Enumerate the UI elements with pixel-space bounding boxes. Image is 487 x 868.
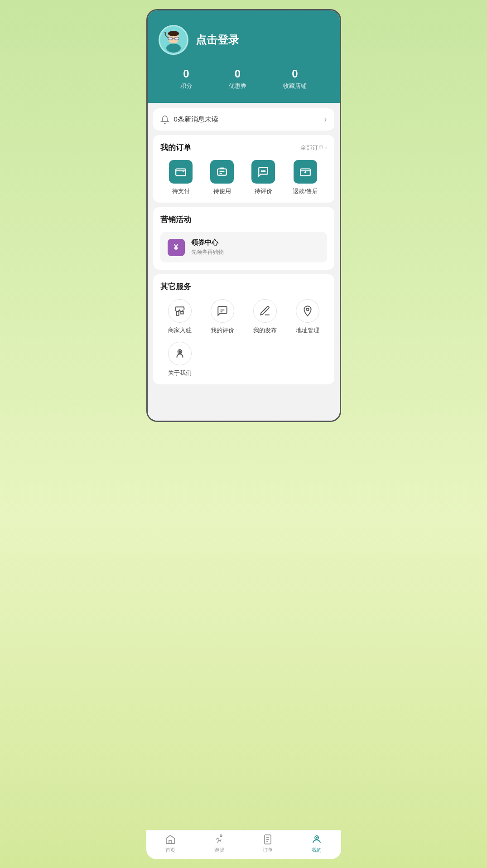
stat-points-label: 积分 [180,82,192,90]
avatar[interactable] [159,25,188,55]
order-pending-review[interactable]: 待评价 [251,160,275,195]
stat-points-number: 0 [183,68,189,80]
address-label: 地址管理 [296,326,319,335]
order-refund[interactable]: 退款/售后 [293,160,318,195]
chat-dots-icon [257,166,269,178]
wallet-icon [175,166,187,178]
login-label[interactable]: 点击登录 [196,33,239,47]
review-icon-box [211,299,234,323]
service-about[interactable]: 关于我们 [160,342,199,377]
svg-point-3 [168,31,179,36]
svg-point-18 [306,308,309,310]
svg-point-11 [263,171,264,172]
about-icon [174,348,186,359]
stat-coupons[interactable]: 0 优惠券 [229,68,246,90]
svg-point-7 [164,32,166,34]
ticket-icon [216,166,228,178]
notification-text: 0条新消息未读 [174,115,218,124]
order-icons-row: 待支付 待使用 [160,160,327,195]
services-section: 其它服务 商家入驻 [153,274,334,384]
service-review[interactable]: 我的评价 [203,299,242,335]
pending-use-icon-box [210,160,234,184]
orders-section: 我的订单 全部订单 › 待支付 [153,135,334,203]
stat-points[interactable]: 0 积分 [180,68,192,90]
svg-point-12 [264,171,265,172]
header: 点击登录 0 积分 0 优惠券 0 收藏店铺 [148,10,340,103]
refund-icon [299,166,311,178]
stats-row: 0 积分 0 优惠券 0 收藏店铺 [159,68,329,90]
stat-favorites-number: 0 [292,68,298,80]
svg-point-10 [261,171,262,172]
svg-rect-5 [174,37,179,40]
publish-label: 我的发布 [253,326,277,335]
svg-rect-4 [168,37,173,40]
service-merchant[interactable]: 商家入驻 [160,299,199,335]
coupon-title: 领券中心 [191,238,224,247]
review-icon [217,305,228,317]
svg-rect-9 [217,169,227,175]
coupon-subtitle: 先领券再购物 [191,248,224,256]
svg-point-20 [179,351,180,352]
coupon-yuan-icon: ¥ [168,239,185,256]
pending-review-label: 待评价 [255,187,272,195]
stat-coupons-label: 优惠券 [229,82,246,90]
services-grid: 商家入驻 我的评价 [160,299,327,377]
about-icon-box [168,342,192,365]
bell-icon [160,115,169,124]
service-address[interactable]: 地址管理 [288,299,327,335]
merchant-icon [174,305,186,317]
content: 0条新消息未读 › 我的订单 全部订单 › [148,103,340,421]
stat-favorites-label: 收藏店铺 [283,82,307,90]
order-pending-use[interactable]: 待使用 [210,160,234,195]
location-icon [302,305,313,317]
orders-title: 我的订单 [160,142,191,153]
svg-rect-15 [181,311,183,314]
pending-pay-icon-box [169,160,193,184]
svg-rect-14 [176,311,178,315]
chevron-right-icon: › [324,115,327,124]
coupon-center-card[interactable]: ¥ 领券中心 先领券再购物 [160,232,327,262]
order-pending-pay[interactable]: 待支付 [169,160,193,195]
review-label: 我的评价 [211,326,234,335]
refund-label: 退款/售后 [293,187,318,195]
marketing-section: 营销活动 ¥ 领券中心 先领券再购物 [153,207,334,270]
stat-favorites[interactable]: 0 收藏店铺 [283,68,307,90]
stat-coupons-number: 0 [235,68,241,80]
phone-frame: 点击登录 0 积分 0 优惠券 0 收藏店铺 [146,9,341,422]
about-label: 关于我们 [168,369,192,377]
merchant-label: 商家入驻 [168,326,192,335]
notification-bar[interactable]: 0条新消息未读 › [153,108,334,131]
service-publish[interactable]: 我的发布 [246,299,284,335]
publish-icon-box [253,299,277,323]
svg-rect-8 [176,169,186,176]
address-icon-box [296,299,319,323]
svg-point-1 [166,44,181,53]
publish-icon [259,305,271,317]
pending-review-icon-box [251,160,275,184]
services-title: 其它服务 [160,281,191,292]
marketing-title: 营销活动 [160,214,191,225]
merchant-icon-box [168,299,192,323]
pending-use-label: 待使用 [213,187,231,195]
refund-icon-box [294,160,317,184]
see-all-orders-button[interactable]: 全部订单 › [300,144,327,152]
pending-pay-label: 待支付 [172,187,190,195]
